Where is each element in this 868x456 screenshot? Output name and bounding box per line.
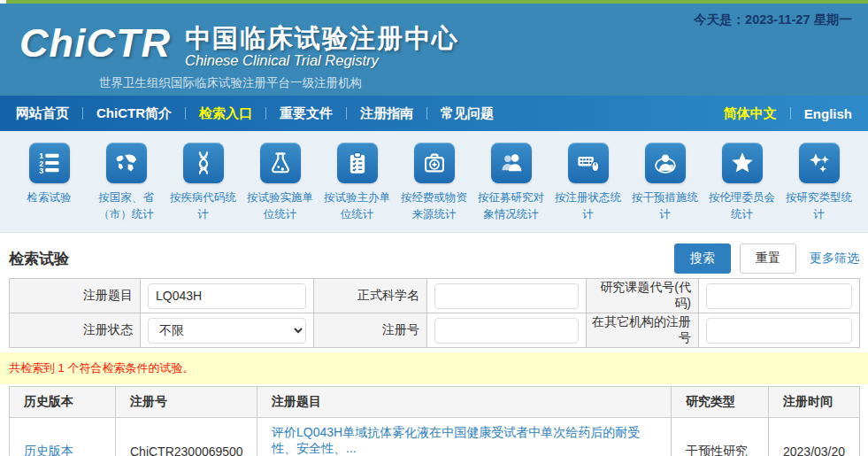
flask-icon [260,143,301,183]
registration-number-cell: ChiCTR2300069500 [116,418,257,456]
star-icon [722,143,763,183]
results-table-wrap: 历史版本 注册号 注册题目 研究类型 注册时间 历史版本 ChiCTR23000… [0,384,868,456]
nav-separator [185,107,186,120]
more-filters-link[interactable]: 更多筛选 [810,251,859,267]
history-version-link[interactable]: 历史版本 [24,444,73,456]
sparkles-icon [799,143,840,183]
reset-button[interactable]: 重置 [740,243,796,274]
world-map-icon [106,143,147,183]
quicklink-by-registration-status[interactable]: 按注册状态统 计 [549,143,626,232]
site-title-en: Chinese Clinical Trial Registry [185,52,459,69]
main-nav: 网站首页 ChiCTR简介 检索入口 重要文件 注册指南 常见问题 简体中文 E… [0,96,868,131]
quicklink-by-ethics-committee[interactable]: 按伦理委员会 统计 [703,143,780,232]
medical-bag-icon [414,143,455,183]
quicklink-by-implementing-unit[interactable]: 按试验实施单 位统计 [242,143,319,232]
col-history-version: 历史版本 [10,387,116,418]
chictr-logo[interactable]: ChiCTR [19,25,171,63]
col-study-type: 研究类型 [672,387,769,418]
nav-item-about[interactable]: ChiCTR简介 [96,105,172,122]
lang-simplified-chinese[interactable]: 简体中文 [724,105,777,122]
quicklink-by-funding-source[interactable]: 按经费或物资 来源统计 [396,143,472,232]
quicklink-label: 按疾病代码统 计 [165,189,242,224]
nav-item-search-entry[interactable]: 检索入口 [199,105,252,122]
study-type-cell: 干预性研究 [672,418,769,456]
keyboard-mouse-icon [568,143,609,183]
other-reg-number-label: 在其它机构的注册号 [587,313,699,348]
nav-item-home[interactable]: 网站首页 [16,105,69,122]
quicklink-label: 按伦理委员会 统计 [703,189,780,224]
search-button[interactable]: 搜索 [674,243,731,274]
doctor-icon [645,143,686,183]
nav-item-registration-guide[interactable]: 注册指南 [360,105,413,122]
trial-title-cell: 评价LQ043H单域抗体雾化液在中国健康受试者中单次给药后的耐受性、安全性、..… [257,418,672,456]
lang-english[interactable]: English [804,106,852,121]
study-code-input[interactable] [706,283,852,309]
quicklink-by-disease-code[interactable]: 按疾病代码统 计 [165,143,242,232]
quicklink-label: 按研究类型统 计 [780,189,857,224]
reg-title-input[interactable] [148,283,306,309]
quicklink-by-intervention[interactable]: 按干预措施统 计 [626,143,703,232]
reg-status-select[interactable]: 不限 [148,318,306,344]
nav-item-important-docs[interactable]: 重要文件 [280,105,333,122]
nav-separator [82,107,83,120]
quicklink-by-country-province[interactable]: 按国家、省 （市）统计 [88,143,165,232]
page-title: 检索试验 [9,249,674,269]
study-code-label: 研究课题代号(代码) [587,279,699,313]
scientific-name-input[interactable] [434,283,579,309]
reg-title-label: 注册题目 [10,279,141,313]
reg-number-label: 注册号 [314,313,427,348]
quicklink-label: 按试验主办单 位统计 [319,189,396,224]
reg-status-label: 注册状态 [10,313,141,348]
registration-date-cell: 2023/03/20 [769,418,860,456]
search-section-header: 检索试验 搜索 重置 更多筛选 [9,243,859,274]
current-date: 今天是：2023-11-27 星期一 [694,12,852,28]
quicklink-label: 按试验实施单 位统计 [242,189,319,224]
nav-item-faq[interactable]: 常见问题 [441,105,494,122]
dna-icon [183,143,224,183]
trial-title-link[interactable]: 评价LQ043H单域抗体雾化液在中国健康受试者中单次给药后的耐受性、安全性、..… [272,425,640,455]
quicklink-label: 按征募研究对 象情况统计 [472,189,549,224]
scientific-name-label: 正式科学名 [314,279,427,313]
col-registration-title: 注册题目 [257,387,672,418]
search-form: 注册题目 正式科学名 研究课题代号(代码) 注册状态 不限 注册号 在其它机构的… [0,278,868,348]
nav-separator [265,107,266,120]
site-title-cn: 中国临床试验注册中心 [185,25,459,51]
results-summary-banner: 共检索到 1 个符合检索条件的试验。 [0,352,868,384]
nav-separator [426,107,427,120]
quicklink-by-recruitment-status[interactable]: 按征募研究对 象情况统计 [472,143,549,232]
nav-separator [790,107,791,120]
quicklink-label: 按国家、省 （市）统计 [88,189,165,224]
quicklink-label: 按注册状态统 计 [549,189,626,224]
nav-separator [346,107,347,120]
reg-number-input[interactable] [434,318,579,344]
results-table: 历史版本 注册号 注册题目 研究类型 注册时间 历史版本 ChiCTR23000… [9,386,860,456]
table-row: 历史版本 ChiCTR2300069500 评价LQ043H单域抗体雾化液在中国… [10,418,860,456]
quicklink-by-study-type[interactable]: 按研究类型统 计 [780,143,857,232]
people-group-icon [491,143,532,183]
numbered-list-icon: 1 2 3 [29,143,70,183]
site-titles: 中国临床试验注册中心 Chinese Clinical Trial Regist… [185,25,459,69]
statistics-quick-links: 1 2 3 检索试验 按国家、省 （市）统计 [0,131,868,233]
col-registration-date: 注册时间 [769,387,860,418]
quicklink-label: 按干预措施统 计 [626,189,703,224]
quicklink-label: 检索试验 [11,189,88,206]
other-reg-number-input[interactable] [706,318,852,344]
quicklink-by-sponsor-unit[interactable]: 按试验主办单 位统计 [319,143,396,232]
who-registry-subtitle: 世界卫生组织国际临床试验注册平台一级注册机构 [99,75,868,91]
clipboard-checklist-icon [337,143,378,183]
quicklink-search-trials[interactable]: 1 2 3 检索试验 [11,143,88,232]
quicklink-label: 按经费或物资 来源统计 [396,189,472,224]
results-header-row: 历史版本 注册号 注册题目 研究类型 注册时间 [10,387,860,418]
col-registration-number: 注册号 [116,387,257,418]
site-header: 今天是：2023-11-27 星期一 ChiCTR 中国临床试验注册中心 Chi… [0,4,868,96]
svg-text:3: 3 [39,166,43,175]
